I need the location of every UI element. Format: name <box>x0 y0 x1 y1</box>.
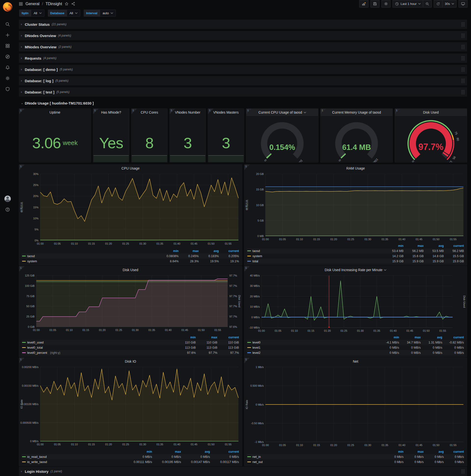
svg-text:01:10: 01:10 <box>66 328 73 331</box>
row-drag-handle[interactable] <box>461 79 465 83</box>
legend-header: minmaxavgcurrent <box>22 248 239 254</box>
breadcrumb-section[interactable]: General <box>26 2 39 6</box>
svg-text:使用占比: 使用占比 <box>245 200 248 210</box>
legend-swatch <box>247 347 251 348</box>
row-drag-handle[interactable] <box>461 469 465 474</box>
legend-series-toggle[interactable]: taosd <box>247 249 383 253</box>
row-title: Database: [ test ] <box>25 90 54 94</box>
refresh-button[interactable] <box>434 0 442 8</box>
panel-title[interactable]: VNodes Number <box>170 109 206 116</box>
row-drag-handle[interactable] <box>461 45 465 49</box>
legend-value: 0 MB/s <box>442 346 464 349</box>
add-panel-button[interactable] <box>359 0 369 8</box>
legend-series-toggle[interactable]: total <box>247 260 383 263</box>
share-icon[interactable] <box>71 2 75 6</box>
panel-title[interactable]: Disk Used <box>19 266 242 273</box>
legend-series-toggle[interactable]: net_out <box>247 460 383 464</box>
row-dnode-usage[interactable]: ⌄ DNode Usage [ huolinhe-TM1701:6030 ] <box>19 99 467 107</box>
row-drag-handle[interactable] <box>461 67 465 72</box>
panel-title[interactable]: Disk Used Increasing Rate per Minute <box>244 266 467 273</box>
legend-value: 34.7 MB/s <box>399 341 421 344</box>
legend-value: 0.205% <box>219 255 239 258</box>
row-collapsed-6[interactable]: ›Database: [ test ](5 panels) <box>19 87 467 97</box>
row-drag-handle[interactable] <box>461 90 465 94</box>
panel-title[interactable]: Disk IO <box>19 358 242 365</box>
row-collapsed-1[interactable]: ›DNodes Overview(4 panels) <box>19 31 467 40</box>
admin-shield-icon[interactable] <box>0 84 15 94</box>
chevron-right-icon: › <box>21 68 23 71</box>
row-collapsed-5[interactable]: ›Database: [ log ](5 panels) <box>19 76 467 85</box>
user-avatar[interactable] <box>0 193 15 204</box>
legend-col-max: max <box>404 244 424 248</box>
save-dashboard-button[interactable] <box>370 0 380 8</box>
legend-value: 110 GiB <box>174 341 196 344</box>
legend-swatch <box>22 342 26 343</box>
row-collapsed-0[interactable]: ›Cluster Status(21 panels) <box>19 20 467 29</box>
panel-title[interactable]: Current Memory Usage of taosd <box>321 109 392 116</box>
search-icon[interactable] <box>0 19 15 30</box>
legend-series-toggle[interactable]: system <box>22 260 158 263</box>
dashboards-icon[interactable] <box>0 40 15 51</box>
legend-row: level10 MB/s0 MB/s0 MB/s0 MB/s <box>247 345 464 350</box>
legend-value: 8.64% <box>158 260 179 263</box>
row-collapsed-bottom-0[interactable]: ›Login History(1 panel) <box>19 467 467 476</box>
info-icon: i <box>94 109 96 112</box>
legend-swatch <box>247 261 251 262</box>
legend-series-toggle[interactable]: taosd <box>22 255 158 258</box>
alerting-bell-icon[interactable] <box>0 62 15 73</box>
row-collapsed-3[interactable]: ›Requests(4 panels) <box>19 53 467 63</box>
panel-title[interactable]: Has MNode? <box>93 109 129 116</box>
legend-series-toggle[interactable]: io_write_taosd <box>22 460 123 464</box>
panel-title[interactable]: Current CPU Usage of taosd <box>246 109 318 116</box>
variable-fqdn-select[interactable]: All <box>31 10 44 17</box>
breadcrumb-page-title[interactable]: TDinsight <box>45 2 62 6</box>
legend-series-toggle[interactable]: net_in <box>247 455 383 459</box>
row-panel-count: (4 panels) <box>43 56 56 60</box>
legend-series-toggle[interactable]: io_read_taosd <box>22 455 123 459</box>
svg-text:0 MB: 0 MB <box>257 235 264 238</box>
row-collapsed-4[interactable]: ›Database: [ demo ](5 panels) <box>19 65 467 74</box>
legend-series-toggle[interactable]: level0_total <box>22 346 174 349</box>
row-drag-handle[interactable] <box>461 22 465 27</box>
legend-series-toggle[interactable]: level0_percent(right-y) <box>22 351 174 355</box>
row-collapsed-2[interactable]: ›MNodes Overview(2 panels) <box>19 42 467 51</box>
grafana-logo[interactable] <box>3 2 12 12</box>
svg-text:01:50: 01:50 <box>208 443 215 446</box>
legend-series-toggle[interactable]: level0 <box>247 341 378 344</box>
panel-title[interactable]: Disk Used <box>395 109 467 116</box>
legend-col-current: current <box>210 450 239 453</box>
variable-database-select[interactable]: All <box>67 10 80 17</box>
panel-title[interactable]: Net <box>244 358 467 365</box>
zoom-out-time-button[interactable] <box>423 0 432 8</box>
variable-interval-select[interactable]: auto <box>100 10 116 17</box>
svg-text:01:50: 01:50 <box>423 329 430 332</box>
explore-compass-icon[interactable] <box>0 51 15 62</box>
svg-text:10 GB: 10 GB <box>256 204 264 207</box>
refresh-interval-select[interactable]: 30s <box>442 0 456 8</box>
configuration-gear-icon[interactable] <box>0 73 15 84</box>
variable-fqdn: fqdn All <box>19 10 44 17</box>
legend-value: 0 MB/s <box>378 351 399 355</box>
legend-series-toggle[interactable]: level1 <box>247 346 378 349</box>
row-drag-handle[interactable] <box>461 33 465 38</box>
panel-title[interactable]: CPU Cores <box>132 109 167 116</box>
create-plus-icon[interactable] <box>0 30 15 40</box>
panel-title[interactable]: CPU Usage <box>19 165 242 172</box>
svg-text:75: 75 <box>454 131 458 136</box>
svg-text:20%: 20% <box>33 195 38 198</box>
panel-title[interactable]: RAM Usage <box>244 165 467 172</box>
row-drag-handle[interactable] <box>461 56 465 60</box>
legend-series-toggle[interactable]: level2 <box>247 351 378 355</box>
star-icon[interactable] <box>65 2 69 6</box>
panel-title[interactable]: VNodes Masters <box>208 109 244 116</box>
legend-series-toggle[interactable]: level0_used <box>22 341 174 344</box>
chevron-right-icon: › <box>21 79 23 83</box>
legend-series-toggle[interactable]: system <box>247 255 383 258</box>
row-title: Requests <box>25 56 41 60</box>
dashboard-settings-button[interactable] <box>382 0 390 8</box>
help-icon[interactable] <box>0 204 15 215</box>
time-range-picker[interactable]: Last 1 hour <box>392 0 423 8</box>
panel-title[interactable]: Uptime <box>19 109 91 116</box>
cycle-view-mode-button[interactable] <box>458 0 468 8</box>
legend-series-name: level2 <box>252 351 261 355</box>
